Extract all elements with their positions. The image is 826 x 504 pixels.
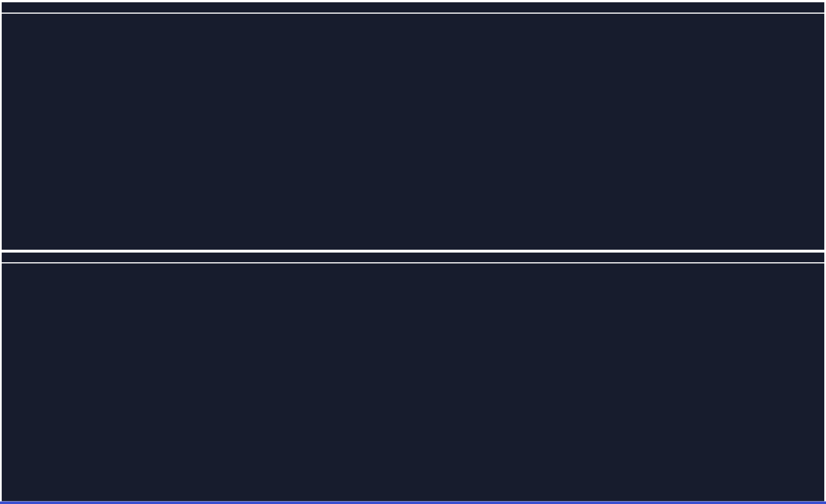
bottom-accent-bar — [0, 501, 826, 504]
dashboard — [0, 0, 826, 504]
charts-canvas[interactable] — [0, 0, 826, 504]
